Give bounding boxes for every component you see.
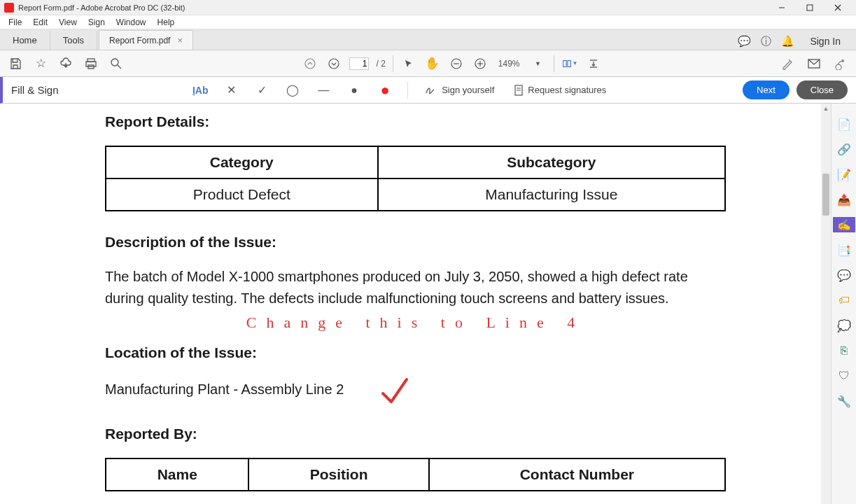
table-header-category: Category: [106, 146, 378, 178]
zoom-dropdown-icon[interactable]: ▼: [530, 55, 547, 72]
menu-sign[interactable]: Sign: [83, 16, 111, 29]
scroll-mode-icon[interactable]: [585, 55, 602, 72]
svg-point-9: [305, 59, 315, 69]
tab-home[interactable]: Home: [0, 31, 50, 50]
document-icon: [514, 85, 524, 96]
stamp-icon[interactable]: 🏷: [836, 293, 852, 308]
page-number-input[interactable]: [349, 57, 369, 70]
svg-point-22: [841, 59, 844, 62]
print-icon[interactable]: [83, 55, 99, 72]
zoom-level-label[interactable]: 149%: [496, 59, 523, 69]
svg-point-10: [329, 59, 339, 69]
edit-link-icon[interactable]: [779, 55, 796, 72]
next-button[interactable]: Next: [743, 80, 790, 99]
save-icon[interactable]: [7, 55, 24, 72]
close-button[interactable]: Close: [797, 80, 848, 99]
table-header-subcategory: Subcategory: [378, 146, 725, 178]
description-heading: Description of the Issue:: [105, 234, 726, 251]
page-down-icon[interactable]: [325, 55, 342, 72]
reported-by-table: Name Position Contact Number: [105, 458, 726, 491]
titlebar: Report Form.pdf - Adobe Acrobat Pro DC (…: [0, 0, 856, 15]
vertical-scrollbar[interactable]: ▲: [821, 104, 831, 504]
scroll-up-icon[interactable]: ▲: [822, 105, 829, 112]
category-table: Category Subcategory Product Defect Manu…: [105, 146, 726, 211]
send-comments-icon[interactable]: 💬: [836, 267, 852, 283]
table-cell-subcategory: Manufacturing Issue: [378, 178, 725, 211]
page-up-icon[interactable]: [302, 55, 318, 72]
star-icon[interactable]: ☆: [32, 55, 49, 72]
right-tool-rail: 📄 🔗 📝 📤 ✍ 📑 💬 🏷 💭 ⎘ 🛡 🔧: [831, 104, 856, 504]
svg-rect-16: [563, 60, 566, 66]
checkmark-tool-icon[interactable]: ✓: [253, 82, 270, 99]
document-area[interactable]: Report Details: Category Subcategory Pro…: [0, 104, 831, 504]
chat-icon[interactable]: 💬: [738, 35, 751, 48]
bell-icon[interactable]: 🔔: [781, 35, 794, 48]
circle-tool-icon[interactable]: ◯: [284, 82, 301, 99]
app-icon: [4, 3, 14, 13]
export-pdf-icon[interactable]: 📤: [836, 192, 852, 207]
minimize-button[interactable]: [768, 0, 796, 15]
email-icon[interactable]: [806, 55, 822, 72]
tab-tools[interactable]: Tools: [50, 31, 97, 50]
location-text: Manufacturing Plant - Assembly Line 2: [105, 379, 344, 400]
sign-in-button[interactable]: Sign In: [804, 33, 846, 50]
zoom-in-icon[interactable]: [472, 55, 489, 72]
protect-icon[interactable]: 🛡: [836, 368, 852, 384]
dot-tool-icon[interactable]: ●: [346, 82, 363, 99]
maximize-button[interactable]: [796, 0, 824, 15]
annotation-change-text[interactable]: Change this to Line 4: [246, 314, 584, 331]
tabbar: Home Tools Report Form.pdf × 💬 ⓘ 🔔 Sign …: [0, 29, 856, 50]
color-picker-icon[interactable]: ●: [377, 82, 393, 99]
svg-rect-5: [86, 62, 96, 66]
more-tools-icon[interactable]: 🔧: [836, 393, 852, 409]
menu-file[interactable]: File: [3, 16, 27, 29]
create-pdf-icon[interactable]: 📄: [836, 116, 852, 132]
table-header-contact: Contact Number: [429, 458, 725, 491]
select-tool-icon[interactable]: [400, 55, 417, 72]
page-total-label: / 2: [376, 59, 385, 69]
close-button[interactable]: [824, 0, 852, 15]
menu-window[interactable]: Window: [111, 16, 152, 29]
menu-help[interactable]: Help: [152, 16, 181, 29]
window-title: Report Form.pdf - Adobe Acrobat Pro DC (…: [18, 4, 768, 12]
sign-yourself-button[interactable]: Sign yourself: [422, 82, 497, 99]
reported-by-heading: Reported By:: [105, 426, 726, 442]
fit-width-icon[interactable]: ▼: [561, 55, 578, 72]
x-mark-tool-icon[interactable]: ✕: [223, 82, 239, 99]
search-icon[interactable]: [108, 55, 125, 72]
sign-yourself-label: Sign yourself: [442, 85, 494, 95]
svg-rect-1: [807, 5, 813, 10]
compare-icon[interactable]: ⎘: [836, 343, 852, 358]
combine-icon[interactable]: 🔗: [836, 141, 852, 157]
organize-icon[interactable]: 📑: [836, 242, 852, 258]
main-toolbar: ☆ / 2 ✋ 149% ▼ ▼: [0, 50, 856, 77]
location-heading: Location of the Issue:: [105, 344, 726, 361]
cloud-icon[interactable]: [57, 55, 74, 72]
tab-document[interactable]: Report Form.pdf ×: [99, 30, 193, 50]
svg-line-8: [118, 65, 121, 69]
fill-sign-tool-icon[interactable]: ✍: [833, 217, 855, 232]
table-cell-category: Product Defect: [106, 178, 378, 211]
text-tool-icon[interactable]: IAb: [192, 82, 209, 99]
annotation-checkmark-icon[interactable]: [379, 377, 411, 406]
close-tab-icon[interactable]: ×: [177, 35, 183, 46]
request-signatures-label: Request signatures: [528, 85, 606, 95]
hand-tool-icon[interactable]: ✋: [424, 55, 441, 72]
svg-rect-17: [567, 60, 570, 66]
fill-sign-toolbar: Fill & Sign IAb ✕ ✓ ◯ — ● ● Sign yoursel…: [0, 77, 856, 104]
request-signatures-button[interactable]: Request signatures: [511, 82, 609, 99]
tab-document-label: Report Form.pdf: [109, 36, 170, 46]
signature-icon: [425, 85, 437, 96]
help-icon[interactable]: ⓘ: [761, 35, 771, 48]
edit-pdf-icon[interactable]: 📝: [836, 167, 852, 182]
share-icon[interactable]: [832, 55, 849, 72]
scroll-thumb[interactable]: [822, 174, 829, 216]
report-details-heading: Report Details:: [105, 113, 726, 130]
zoom-out-icon[interactable]: [448, 55, 465, 72]
line-tool-icon[interactable]: —: [315, 82, 332, 99]
svg-point-7: [111, 59, 118, 66]
menubar: File Edit View Sign Window Help: [0, 15, 856, 29]
menu-edit[interactable]: Edit: [27, 16, 53, 29]
menu-view[interactable]: View: [53, 16, 83, 29]
comment-icon[interactable]: 💭: [836, 318, 852, 333]
